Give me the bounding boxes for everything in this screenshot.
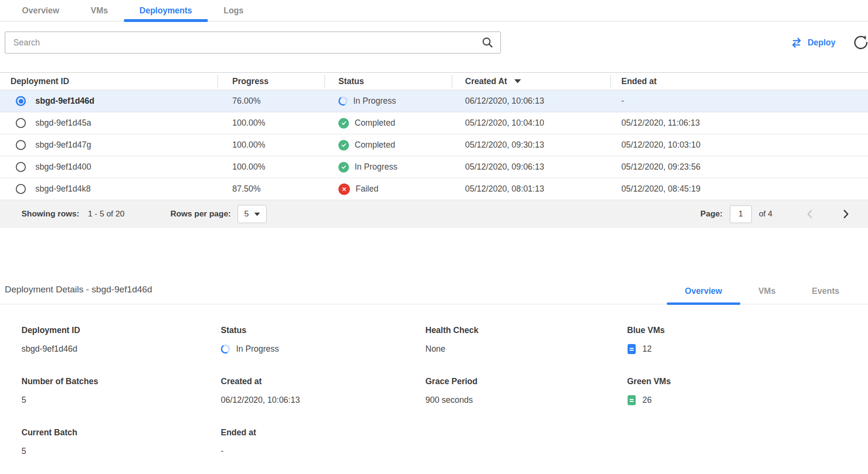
field-created-at: Created at 06/12/2020, 10:06:13: [221, 377, 425, 406]
in-progress-spinner-icon: [337, 96, 348, 107]
rows-per-page-label: Rows per page:: [170, 209, 231, 219]
tab-vms[interactable]: VMs: [75, 0, 124, 21]
field-value: None: [425, 343, 627, 355]
field-number-of-batches: Number of Batches 5: [22, 377, 221, 406]
status-cell: Completed: [325, 140, 452, 151]
tab-deployments[interactable]: Deployments: [124, 0, 208, 21]
created-at-cell: 05/12/2020, 10:04:10: [452, 118, 610, 128]
field-value: 5: [22, 445, 221, 457]
table-footer: Showing rows: 1 - 5 of 20 Rows per page:…: [0, 200, 868, 228]
table-header: Deployment ID Progress Status Created At…: [0, 72, 868, 90]
field-value: 900 seconds: [425, 394, 627, 406]
field-label: Status: [221, 325, 425, 335]
table-row[interactable]: sbgd-9ef1d45a 100.00% Completed 05/12/20…: [0, 112, 868, 134]
rows-per-page-select[interactable]: 5: [238, 205, 266, 223]
rows-per-page-value: 5: [244, 209, 249, 219]
page-label: Page:: [700, 209, 722, 219]
page-tabs: Overview VMs Deployments Logs: [0, 0, 868, 22]
deployment-id: sbgd-9ef1d45a: [35, 118, 91, 128]
details-tab-label: VMs: [759, 286, 776, 296]
field-value: 5: [22, 394, 221, 406]
status-cell: Completed: [325, 118, 452, 129]
status-label: Failed: [356, 184, 379, 194]
deployment-id-cell: sbgd-9ef1d46d: [0, 96, 217, 106]
progress-cell: 100.00%: [217, 140, 325, 150]
status-value: In Progress: [236, 344, 279, 354]
tab-overview[interactable]: Overview: [6, 0, 75, 21]
tab-overview-label: Overview: [22, 6, 59, 16]
table-row[interactable]: sbgd-9ef1d400 100.00% In Progress 05/12/…: [0, 156, 868, 178]
field-green-vms: Green VMs 26: [627, 377, 868, 406]
table-row[interactable]: sbgd-9ef1d47g 100.00% Completed 05/12/20…: [0, 134, 868, 156]
page-total: of 4: [759, 209, 772, 219]
green-vms-count: 26: [642, 395, 651, 405]
check-circle-icon: [338, 118, 349, 129]
showing-rows-value: 1 - 5 of 20: [88, 209, 125, 219]
details-tab-vms[interactable]: VMs: [740, 286, 794, 304]
progress-cell: 100.00%: [217, 118, 325, 128]
status-label: Completed: [355, 118, 395, 128]
search-input[interactable]: [5, 32, 501, 54]
deployment-id-cell: sbgd-9ef1d45a: [0, 118, 217, 128]
deployment-id-cell: sbgd-9ef1d47g: [0, 140, 217, 150]
details-tabs: Overview VMs Events: [667, 286, 857, 304]
check-circle-icon: [338, 140, 349, 151]
status-label: Completed: [355, 140, 395, 150]
column-label: Ended at: [621, 76, 657, 86]
field-label: Current Batch: [22, 428, 221, 438]
column-header-created-at[interactable]: Created At: [452, 73, 610, 90]
in-progress-spinner-icon: [220, 343, 231, 354]
chevron-right-icon[interactable]: [841, 208, 851, 220]
column-label: Created At: [465, 76, 507, 86]
x-circle-icon: [338, 183, 350, 195]
status-label: In Progress: [353, 96, 396, 106]
field-label: Green VMs: [627, 377, 868, 387]
created-at-cell: 05/12/2020, 08:01:13: [452, 184, 610, 194]
field-value: sbgd-9ef1d46d: [22, 343, 221, 355]
refresh-icon[interactable]: [853, 34, 868, 51]
ended-at-cell: 05/12/2020, 09:23:56: [610, 162, 868, 172]
column-header-progress: Progress: [217, 73, 325, 90]
row-radio[interactable]: [16, 118, 26, 128]
details-grid: Deployment ID sbgd-9ef1d46d Status In Pr…: [0, 325, 868, 457]
details-tab-overview[interactable]: Overview: [667, 286, 740, 304]
progress-cell: 76.00%: [217, 96, 325, 106]
progress-cell: 87.50%: [217, 184, 325, 194]
check-circle-icon: [338, 162, 349, 172]
row-radio[interactable]: [16, 140, 26, 150]
showing-rows-label: Showing rows:: [22, 209, 79, 219]
created-at-cell: 05/12/2020, 09:30:13: [452, 140, 610, 150]
field-grace-period: Grace Period 900 seconds: [425, 377, 627, 406]
deployment-id: sbgd-9ef1d400: [35, 162, 91, 172]
status-label: In Progress: [355, 162, 397, 172]
status-cell: In Progress: [325, 96, 452, 106]
column-label: Status: [338, 76, 364, 86]
deploy-button[interactable]: Deploy: [790, 38, 835, 48]
table-row[interactable]: sbgd-9ef1d4k8 87.50% Failed 05/12/2020, …: [0, 178, 868, 200]
field-label: Deployment ID: [22, 325, 221, 335]
created-at-cell: 06/12/2020, 10:06:13: [452, 96, 610, 106]
details-tab-label: Events: [812, 286, 839, 296]
status-cell: Failed: [325, 183, 452, 195]
sort-caret-down-icon[interactable]: [514, 79, 521, 83]
column-label: Progress: [232, 76, 269, 86]
row-radio[interactable]: [16, 184, 26, 194]
row-radio[interactable]: [16, 162, 26, 172]
swap-horizontal-icon: [790, 38, 803, 48]
row-radio-selected[interactable]: [16, 96, 26, 106]
details-tab-events[interactable]: Events: [794, 286, 857, 304]
tab-logs-label: Logs: [224, 6, 244, 16]
column-header-ended-at: Ended at: [610, 73, 868, 90]
field-value: 26: [627, 394, 868, 406]
field-blue-vms: Blue VMs 12: [627, 325, 868, 355]
search-icon[interactable]: [481, 36, 494, 49]
deployments-table: Deployment ID Progress Status Created At…: [0, 72, 868, 228]
table-row[interactable]: sbgd-9ef1d46d 76.00% In Progress 06/12/2…: [0, 90, 868, 112]
field-label: Grace Period: [425, 377, 627, 387]
chevron-left-icon[interactable]: [805, 208, 814, 220]
deployment-id-cell: sbgd-9ef1d400: [0, 162, 217, 172]
blue-vms-count: 12: [642, 344, 651, 354]
page-number-input[interactable]: [730, 205, 752, 223]
tab-vms-label: VMs: [91, 6, 108, 16]
tab-logs[interactable]: Logs: [208, 0, 260, 21]
